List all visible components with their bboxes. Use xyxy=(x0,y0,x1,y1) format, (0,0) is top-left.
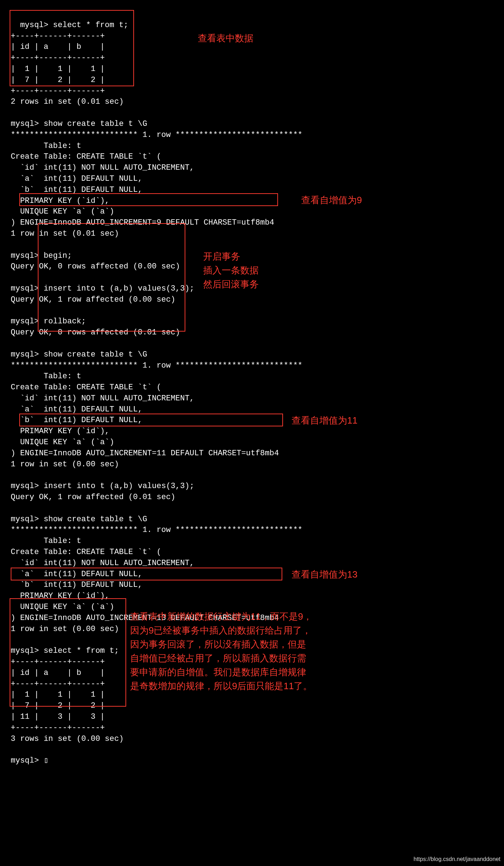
annotation-6-line3: 因为事务回滚了，所以没有插入数据，但是 xyxy=(130,637,312,651)
annotation-3-line2: 插入一条数据 xyxy=(203,263,259,277)
annotation-6-line2: 因为9已经被事务中插入的数据行给占用了， xyxy=(130,624,312,637)
annotation-6: 查看表中新增的数据行主键为11，而不是9， 因为9已经被事务中插入的数据行给占用… xyxy=(130,610,312,693)
annotation-3: 开启事务 插入一条数据 然后回滚事务 xyxy=(203,250,259,291)
cursor: ▯ xyxy=(43,756,48,765)
annotation-1: 查看表中数据 xyxy=(198,31,253,45)
annotation-2: 查看自增值为9 xyxy=(301,193,362,207)
annotation-3-line1: 开启事务 xyxy=(203,250,259,263)
annotation-4: 查看自增值为11 xyxy=(292,414,358,427)
annotation-6-line5: 要申请新的自增值。我们是数据库自增规律 xyxy=(130,665,312,679)
annotation-6-line6: 是奇数增加的规律，所以9后面只能是11了。 xyxy=(130,679,312,693)
annotation-6-line1: 查看表中新增的数据行主键为11，而不是9， xyxy=(130,610,312,624)
annotation-6-line4: 自增值已经被占用了，所以新插入数据行需 xyxy=(130,651,312,665)
annotation-3-line3: 然后回滚事务 xyxy=(203,277,259,291)
watermark: https://blog.csdn.net/javaanddonet xyxy=(413,855,500,863)
annotation-5: 查看自增值为13 xyxy=(292,568,358,581)
